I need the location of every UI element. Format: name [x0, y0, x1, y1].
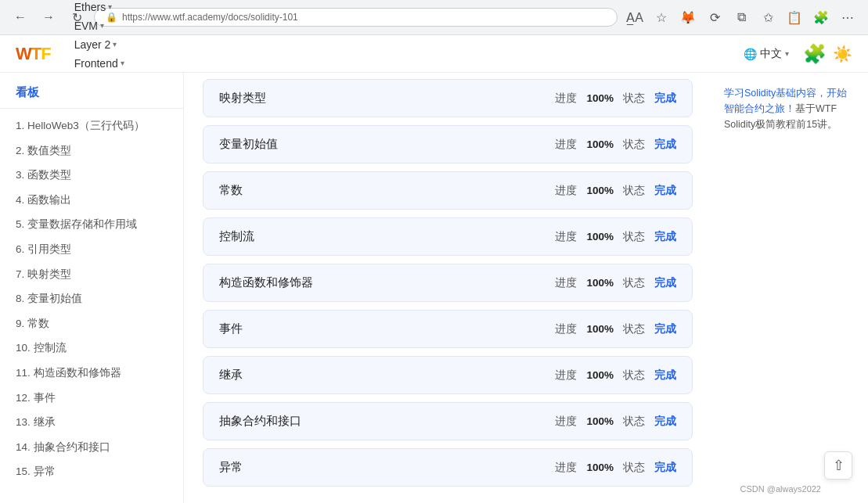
progress-value: 100%	[586, 369, 614, 381]
sidebar-item[interactable]: 1. HelloWeb3（三行代码）	[0, 113, 183, 138]
course-card-right: 进度 100% 状态 完成	[555, 230, 676, 244]
back-button[interactable]: ←	[9, 6, 31, 28]
course-card[interactable]: 变量初始值 进度 100% 状态 完成	[203, 125, 693, 163]
progress-value: 100%	[586, 231, 614, 243]
nav-item-layer 2[interactable]: Layer 2▾	[67, 35, 140, 54]
nav-item-ethers[interactable]: Ethers▾	[67, 0, 140, 16]
sidebar-item[interactable]: 10. 控制流	[0, 336, 183, 361]
extension-icon[interactable]: 🦊	[677, 6, 699, 28]
progress-value: 100%	[586, 92, 614, 104]
sidebar-item[interactable]: 5. 变量数据存储和作用域	[0, 212, 183, 237]
course-card-right: 进度 100% 状态 完成	[555, 322, 676, 336]
sidebar-item[interactable]: 14. 抽象合约和接口	[0, 435, 183, 460]
progress-label: 进度	[555, 276, 577, 290]
sidebar-item[interactable]: 12. 事件	[0, 386, 183, 411]
course-title: 事件	[219, 322, 243, 336]
browser-action-buttons: A̲A ☆ 🦊 ⟳ ⧉ ✩ 📋 🧩 ⋯	[624, 6, 859, 28]
split-view-icon[interactable]: ⧉	[730, 6, 752, 28]
course-title: 映射类型	[219, 91, 266, 106]
url-text: https://www.wtf.academy/docs/solidity-10…	[122, 12, 298, 23]
logo-t: T	[31, 44, 41, 63]
theme-toggle[interactable]: ☀️	[833, 45, 852, 63]
status-label: 状态	[623, 322, 645, 336]
course-title: 控制流	[219, 229, 254, 244]
sidebar-item[interactable]: 9. 常数	[0, 311, 183, 336]
content-area: 映射类型 进度 100% 状态 完成 变量初始值 进度 100% 状态 完成 常…	[184, 73, 711, 503]
sidebar-item[interactable]: 15. 异常	[0, 459, 183, 484]
nav-right: 🌐 中文 ▾ 🧩 ☀️	[736, 43, 852, 65]
nav-label: EVM	[74, 20, 98, 32]
star-icon[interactable]: ✩	[757, 6, 779, 28]
course-card[interactable]: 事件 进度 100% 状态 完成	[203, 310, 693, 348]
course-title: 构造函数和修饰器	[219, 275, 313, 290]
right-sidebar: 学习Solidity基础内容，开始智能合约之旅！基于WTF Solidity极简…	[711, 73, 868, 503]
puzzle-icon[interactable]: 🧩	[803, 43, 827, 65]
sidebar-item[interactable]: 7. 映射类型	[0, 262, 183, 287]
progress-value: 100%	[586, 415, 614, 427]
nav-item-frontend[interactable]: Frontend▾	[67, 54, 140, 73]
course-card[interactable]: 映射类型 进度 100% 状态 完成	[203, 79, 693, 117]
course-card[interactable]: 抽象合约和接口 进度 100% 状态 完成	[203, 402, 693, 440]
sidebar-items: 1. HelloWeb3（三行代码）2. 数值类型3. 函数类型4. 函数输出5…	[0, 113, 183, 484]
nav-chevron: ▾	[121, 59, 124, 67]
progress-label: 进度	[555, 92, 577, 106]
sidebar: 看板 1. HelloWeb3（三行代码）2. 数值类型3. 函数类型4. 函数…	[0, 73, 184, 503]
progress-value: 100%	[586, 277, 614, 289]
bookmark-icon[interactable]: ☆	[650, 6, 672, 28]
nav-label: Layer 2	[74, 38, 111, 51]
course-title: 抽象合约和接口	[219, 414, 301, 429]
status-label: 状态	[623, 368, 645, 383]
nav-chevron: ▾	[108, 2, 112, 11]
more-icon[interactable]: ⋯	[837, 6, 859, 28]
nav-item-evm[interactable]: EVM▾	[67, 16, 140, 35]
status-label: 状态	[623, 184, 645, 198]
lang-chevron: ▾	[785, 49, 789, 58]
translate-icon[interactable]: A̲A	[624, 6, 646, 28]
main-layout: 看板 1. HelloWeb3（三行代码）2. 数值类型3. 函数类型4. 函数…	[0, 73, 868, 503]
sidebar-item[interactable]: 2. 数值类型	[0, 138, 183, 163]
status-value: 完成	[654, 230, 676, 244]
site-logo[interactable]: WTF	[16, 44, 51, 64]
course-card-right: 进度 100% 状态 完成	[555, 92, 676, 106]
status-value: 完成	[654, 415, 676, 429]
sidebar-item[interactable]: 6. 引用类型	[0, 237, 183, 262]
course-card-right: 进度 100% 状态 完成	[555, 138, 676, 152]
course-card-right: 进度 100% 状态 完成	[555, 368, 676, 383]
sidebar-item[interactable]: 4. 函数输出	[0, 188, 183, 213]
progress-value: 100%	[586, 138, 614, 150]
sidebar-item[interactable]: 13. 继承	[0, 410, 183, 435]
status-label: 状态	[623, 415, 645, 429]
course-card[interactable]: 构造函数和修饰器 进度 100% 状态 完成	[203, 264, 693, 302]
course-card-right: 进度 100% 状态 完成	[555, 461, 676, 475]
scroll-to-top-button[interactable]: ⇧	[824, 451, 852, 480]
status-label: 状态	[623, 230, 645, 244]
progress-value: 100%	[586, 323, 614, 335]
logo-f: F	[41, 44, 50, 63]
course-card[interactable]: 控制流 进度 100% 状态 完成	[203, 217, 693, 256]
status-value: 完成	[654, 322, 676, 336]
course-card-right: 进度 100% 状态 完成	[555, 415, 676, 429]
sidebar-item[interactable]: 8. 变量初始值	[0, 286, 183, 311]
progress-value: 100%	[586, 462, 614, 473]
forward-button[interactable]: →	[38, 6, 59, 28]
progress-label: 进度	[555, 461, 577, 475]
status-label: 状态	[623, 92, 645, 106]
sidebar-item[interactable]: 11. 构造函数和修饰器	[0, 361, 183, 386]
top-navigation: WTF Solidity▾Ethers▾EVM▾Layer 2▾Frontend…	[0, 35, 868, 73]
extensions-icon[interactable]: 🧩	[810, 6, 832, 28]
refresh-icon[interactable]: ⟳	[704, 6, 726, 28]
course-card[interactable]: 继承 进度 100% 状态 完成	[203, 356, 693, 394]
course-title: 常数	[219, 183, 243, 198]
course-card[interactable]: 常数 进度 100% 状态 完成	[203, 171, 693, 210]
language-switcher[interactable]: 🌐 中文 ▾	[736, 44, 797, 64]
status-label: 状态	[623, 138, 645, 152]
sidebar-item[interactable]: 3. 函数类型	[0, 163, 183, 188]
sync-icon[interactable]: 📋	[783, 6, 805, 28]
address-bar[interactable]: 🔒 https://www.wtf.academy/docs/solidity-…	[94, 8, 618, 27]
sidebar-header: 看板	[0, 82, 183, 109]
progress-value: 100%	[586, 185, 614, 196]
course-title: 继承	[219, 368, 243, 383]
course-card[interactable]: 异常 进度 100% 状态 完成	[203, 448, 693, 487]
progress-label: 进度	[555, 138, 577, 152]
status-value: 完成	[654, 276, 676, 290]
